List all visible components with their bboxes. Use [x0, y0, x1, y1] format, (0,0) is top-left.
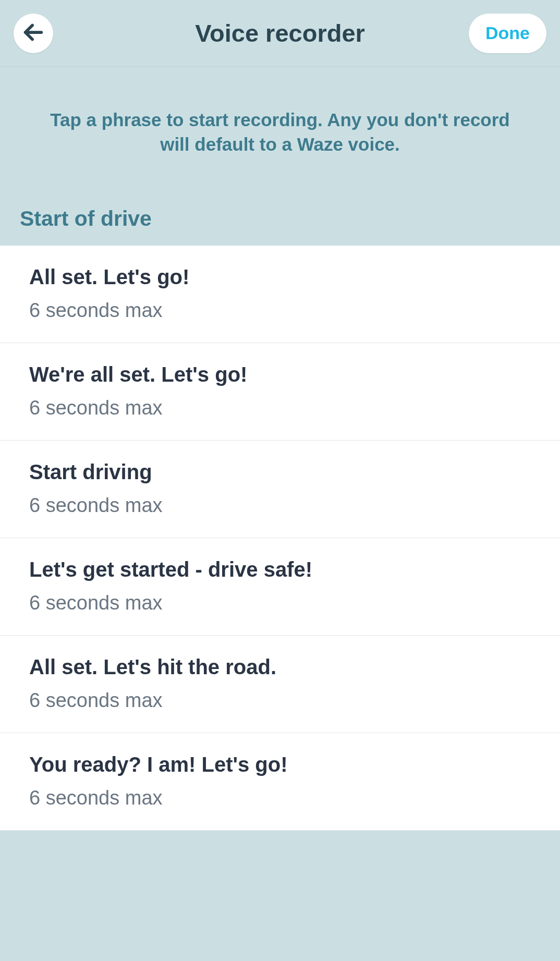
phrase-title: Let's get started - drive safe! — [29, 558, 531, 581]
phrase-duration: 6 seconds max — [29, 592, 531, 614]
phrase-item[interactable]: You ready? I am! Let's go! 6 seconds max — [0, 733, 560, 831]
phrase-title: We're all set. Let's go! — [29, 363, 531, 386]
phrase-duration: 6 seconds max — [29, 787, 531, 809]
phrase-duration: 6 seconds max — [29, 689, 531, 712]
done-button[interactable]: Done — [469, 14, 546, 53]
instruction-text: Tap a phrase to start recording. Any you… — [46, 107, 514, 157]
header: Voice recorder Done — [0, 0, 560, 67]
phrase-duration: 6 seconds max — [29, 397, 531, 419]
phrase-item[interactable]: Let's get started - drive safe! 6 second… — [0, 538, 560, 636]
phrase-list: All set. Let's go! 6 seconds max We're a… — [0, 246, 560, 831]
phrase-title: You ready? I am! Let's go! — [29, 753, 531, 776]
phrase-item[interactable]: We're all set. Let's go! 6 seconds max — [0, 343, 560, 441]
phrase-title: Start driving — [29, 460, 531, 484]
arrow-left-icon — [21, 20, 45, 46]
phrase-item[interactable]: All set. Let's hit the road. 6 seconds m… — [0, 636, 560, 733]
phrase-duration: 6 seconds max — [29, 494, 531, 517]
phrase-item[interactable]: Start driving 6 seconds max — [0, 441, 560, 538]
phrase-title: All set. Let's hit the road. — [29, 655, 531, 679]
section-title: Start of drive — [0, 157, 560, 246]
phrase-duration: 6 seconds max — [29, 299, 531, 322]
instruction-section: Tap a phrase to start recording. Any you… — [0, 67, 560, 157]
page-title: Voice recorder — [195, 19, 365, 47]
phrase-item[interactable]: All set. Let's go! 6 seconds max — [0, 246, 560, 343]
back-button[interactable] — [14, 14, 53, 53]
phrase-title: All set. Let's go! — [29, 265, 531, 289]
